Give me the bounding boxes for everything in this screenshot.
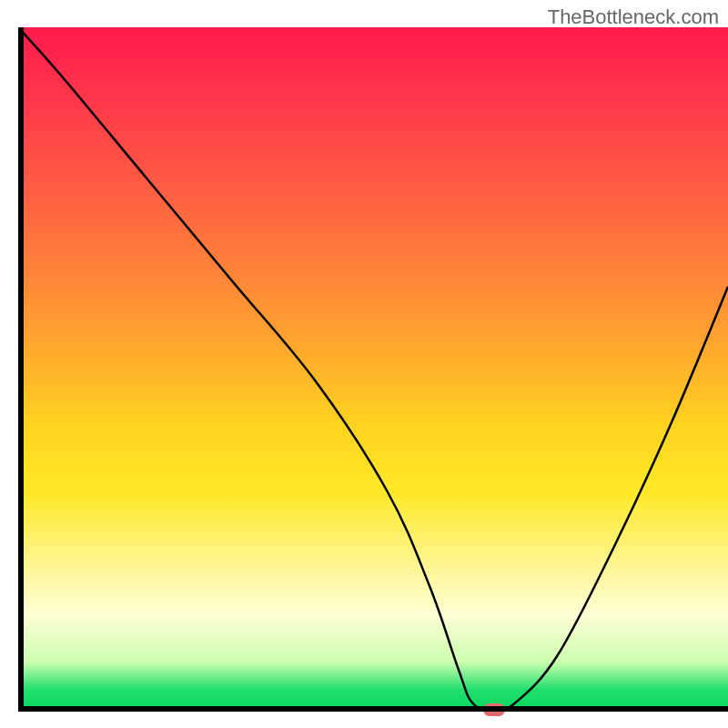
- x-axis: [18, 706, 728, 712]
- y-axis: [18, 27, 24, 710]
- watermark-text: TheBottleneck.com: [548, 5, 719, 29]
- chart-frame: TheBottleneck.com: [0, 0, 728, 728]
- bottleneck-curve: [18, 27, 728, 710]
- plot-area: [18, 27, 728, 710]
